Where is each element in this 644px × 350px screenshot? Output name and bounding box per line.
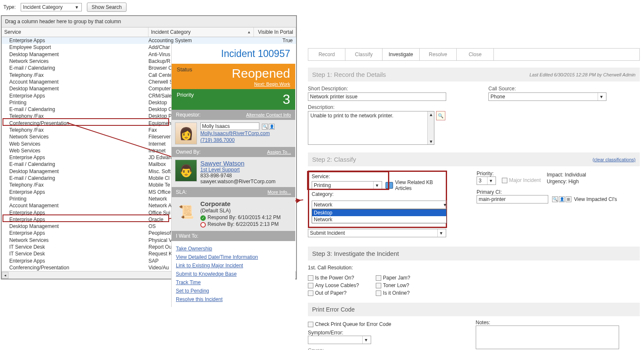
user-icon[interactable]: 👤 [269, 124, 275, 130]
group-by-bar[interactable]: Drag a column header here to group by th… [2, 16, 296, 27]
requestor-name-input[interactable]: Molly Isaacs [200, 122, 259, 130]
short-desc-input[interactable]: Network printer issue [308, 92, 446, 101]
scroll-left-icon[interactable]: ◂ [2, 272, 8, 279]
call-source-label: Call Source: [488, 86, 606, 92]
call-source-select[interactable]: Phone▾ [488, 92, 606, 101]
symptom-select[interactable]: ▾ [308, 336, 371, 344]
owner-group-link[interactable]: 1st Level Support [200, 167, 292, 173]
check-label: Paper Jam? [383, 275, 410, 281]
want-action-link[interactable]: Resolve this Incident [176, 295, 291, 304]
col-category-header[interactable]: Incident Category▲ [148, 27, 254, 37]
checkbox[interactable] [308, 283, 313, 288]
ci-lookup-icon[interactable]: 🔍 [552, 196, 558, 202]
kb-icon[interactable] [385, 182, 393, 189]
tab-classify[interactable]: Classify [345, 49, 383, 60]
category-option-network[interactable]: Network [312, 216, 446, 223]
checkbox[interactable] [376, 283, 381, 288]
want-action-link[interactable]: View Detailed Date/Time Information [176, 253, 291, 261]
first-call-label: 1st. Call Resolution: [308, 265, 640, 271]
notes-label: Notes: [476, 320, 490, 326]
error-code-header: Print Error Code [312, 306, 355, 313]
sla-resolve: Resolve By: 6/22/2015 2:13 PM [207, 221, 279, 227]
requestor-phone-link[interactable]: (719) 386.7000 [200, 137, 292, 144]
alt-contact-link[interactable]: Alternate Contact Info [246, 112, 291, 117]
want-action-link[interactable]: Submit to Knowledge Base [176, 270, 291, 278]
ci-tree-icon[interactable]: ⊞ [566, 196, 571, 202]
ci-user-icon[interactable]: 👤 [559, 196, 565, 202]
assign-to-link[interactable]: Assign To... [267, 149, 291, 155]
tab-investigate[interactable]: Investigate [383, 49, 420, 60]
dropdown-arrow-icon: ▾ [444, 202, 446, 208]
owned-by-header: Owned By: [176, 149, 201, 155]
check-label: Toner Low? [383, 282, 409, 288]
sla-title: Corporate [200, 201, 280, 207]
submit-incident-select[interactable]: Submit Incident▾ [308, 229, 446, 237]
category-select[interactable]: Network▾ [312, 201, 447, 209]
sla-more-link[interactable]: More Info... [267, 190, 291, 195]
check-label: Out of Paper? [315, 290, 347, 296]
requestor-email-link[interactable]: Molly.Isaacs@RiverTCorp.com [200, 130, 292, 137]
category-option-desktop[interactable]: Desktop [312, 209, 446, 216]
classify-highlight-box: Service: Printing▾ View Related KB Artic… [308, 171, 447, 228]
priority-select[interactable]: 3▾ [477, 176, 496, 185]
owner-avatar: 👨 [175, 160, 197, 182]
tab-resolve[interactable]: Resolve [420, 49, 457, 60]
dropdown-arrow-icon: ▾ [362, 336, 369, 344]
sla-icon: 📜 [175, 201, 197, 222]
primary-ci-input[interactable]: main-printer [477, 195, 548, 203]
lookup-icon[interactable]: 🔍 [262, 124, 268, 130]
priority-label: Priority: [477, 171, 494, 176]
priority-value: 3 [283, 92, 290, 107]
requestor-header: Requestor: [176, 112, 201, 118]
incident-title: Incident 100957 [172, 44, 295, 64]
step3-title: Step 3: Investigate the Incident [312, 250, 399, 257]
owner-phone: 833-898-9748 [200, 173, 292, 179]
want-action-link[interactable]: Take Ownership [176, 244, 291, 253]
tab-close[interactable]: Close [457, 49, 494, 60]
col-visible-header[interactable]: Visible In Portal [254, 27, 296, 37]
show-search-button[interactable]: Show Search [87, 3, 126, 12]
col-service-header[interactable]: Service [2, 27, 148, 37]
sort-asc-icon: ▲ [247, 30, 251, 34]
incident-form: Record Classify Investigate Resolve Clos… [308, 48, 640, 350]
major-incident-checkbox[interactable] [502, 178, 507, 183]
next-action-link[interactable]: Next: Begin Work [232, 81, 290, 87]
checkbox[interactable] [308, 275, 313, 281]
owner-name-link[interactable]: Sawyer Watson [200, 160, 292, 167]
view-kb-link[interactable]: View Related KB Articles [395, 179, 443, 191]
want-action-link[interactable]: Track Time [176, 278, 291, 287]
check-label: Is the Power On? [315, 275, 354, 281]
table-row[interactable]: Enterprise AppsAccounting SystemTrue [2, 37, 296, 44]
textarea-scrollbar[interactable]: ▴▾ [427, 111, 434, 144]
type-label: Type: [3, 4, 16, 10]
status-value: Reopened [232, 66, 290, 81]
tab-record[interactable]: Record [308, 49, 345, 60]
category-dropdown-list[interactable]: Desktop Network [312, 209, 447, 223]
type-select[interactable]: Incident Category ▾ [21, 3, 82, 11]
spellcheck-icon[interactable]: 🔍 [436, 111, 445, 120]
symptom-label: Symptom/Error: [308, 330, 391, 336]
incident-detail-panel: Incident 100957 Status Reopened Next: Be… [171, 44, 295, 307]
description-textarea[interactable]: Unable to print to the network printer. … [308, 111, 434, 145]
checkbox[interactable] [376, 275, 381, 281]
check-print-queue-checkbox[interactable] [308, 322, 313, 327]
urgency-text: Urgency: High [547, 178, 586, 185]
dropdown-arrow-icon: ▾ [74, 4, 80, 10]
want-action-link[interactable]: Link to Existing Major Incident [176, 261, 291, 270]
checkbox[interactable] [308, 290, 313, 296]
major-incident-label: Major Incident [509, 177, 541, 183]
priority-block: Priority 3 [172, 89, 295, 110]
check-print-queue-label: Check Print Queue for Error Code [315, 321, 391, 327]
dropdown-arrow-icon: ▾ [598, 93, 604, 100]
checkbox[interactable] [376, 290, 381, 296]
clear-classifications-link[interactable]: (clear classifications) [593, 157, 636, 162]
last-edited: Last Edited 6/30/2015 12:28 PM by Cherwe… [529, 72, 636, 77]
sla-header: SLA: [176, 189, 187, 195]
service-select[interactable]: Printing▾ [312, 181, 382, 190]
cause-label: Cause: [308, 347, 391, 350]
view-impacted-ci-link[interactable]: View Impacted CI's [574, 196, 617, 202]
status-block: Status Reopened Next: Begin Work [172, 64, 295, 89]
want-action-link[interactable]: Set to Pending [176, 287, 291, 295]
notes-textarea[interactable] [476, 326, 619, 349]
priority-label: Priority [177, 92, 194, 107]
